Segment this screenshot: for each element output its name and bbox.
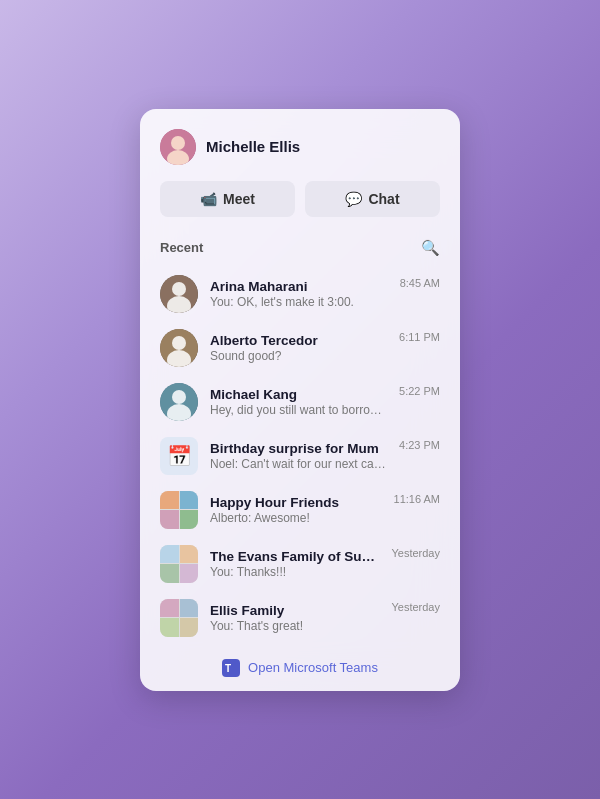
contact-name: Arina Maharani — [210, 279, 388, 294]
action-buttons-row: 📹 Meet 💬 Chat — [140, 181, 460, 233]
contact-time: 5:22 PM — [399, 385, 440, 397]
teams-logo-icon: T — [222, 659, 240, 677]
user-avatar-img — [160, 129, 196, 165]
contact-time: 6:11 PM — [399, 331, 440, 343]
group-avatar — [160, 599, 198, 637]
video-icon: 📹 — [200, 191, 217, 207]
contact-time: 8:45 AM — [400, 277, 440, 289]
contact-item[interactable]: 📅 Birthday surprise for Mum Noel: Can't … — [140, 429, 460, 483]
contact-item[interactable]: The Evans Family of Supers You: Thanks!!… — [140, 537, 460, 591]
contact-name: Ellis Family — [210, 603, 379, 618]
chat-icon: 💬 — [345, 191, 362, 207]
contact-name: Alberto Tercedor — [210, 333, 387, 348]
search-icon[interactable]: 🔍 — [421, 239, 440, 257]
contact-info: Michael Kang Hey, did you still want to … — [210, 387, 387, 417]
contact-info: Arina Maharani You: OK, let's make it 3:… — [210, 279, 388, 309]
group-avatar — [160, 545, 198, 583]
profile-header: Michelle Ellis — [140, 129, 460, 181]
group-calendar-icon: 📅 — [160, 437, 198, 475]
contact-list: Arina Maharani You: OK, let's make it 3:… — [140, 267, 460, 645]
svg-text:T: T — [225, 663, 231, 674]
meet-button[interactable]: 📹 Meet — [160, 181, 295, 217]
contact-time: Yesterday — [391, 601, 440, 613]
contact-item[interactable]: Alberto Tercedor Sound good? 6:11 PM — [140, 321, 460, 375]
group-avatar — [160, 491, 198, 529]
contact-name: The Evans Family of Supers — [210, 549, 379, 564]
recent-header: Recent 🔍 — [140, 233, 460, 267]
contact-preview: Noel: Can't wait for our next catch up! — [210, 457, 387, 471]
contact-preview: Alberto: Awesome! — [210, 511, 382, 525]
svg-point-7 — [172, 336, 186, 350]
svg-point-4 — [172, 282, 186, 296]
contact-item[interactable]: Michael Kang Hey, did you still want to … — [140, 375, 460, 429]
contact-name: Michael Kang — [210, 387, 387, 402]
contact-name: Happy Hour Friends — [210, 495, 382, 510]
open-teams-footer[interactable]: T Open Microsoft Teams — [140, 645, 460, 691]
open-teams-label: Open Microsoft Teams — [248, 660, 378, 675]
contact-item[interactable]: Arina Maharani You: OK, let's make it 3:… — [140, 267, 460, 321]
contact-preview: You: Thanks!!! — [210, 565, 379, 579]
recent-label: Recent — [160, 240, 203, 255]
contact-item[interactable]: Ellis Family You: That's great! Yesterda… — [140, 591, 460, 645]
contact-time: 4:23 PM — [399, 439, 440, 451]
contact-time: Yesterday — [391, 547, 440, 559]
chat-label: Chat — [368, 191, 399, 207]
contact-avatar — [160, 383, 198, 421]
contact-preview: You: That's great! — [210, 619, 379, 633]
user-avatar — [160, 129, 196, 165]
contact-info: Alberto Tercedor Sound good? — [210, 333, 387, 363]
contact-preview: Sound good? — [210, 349, 387, 363]
contact-name: Birthday surprise for Mum — [210, 441, 387, 456]
contact-info: Happy Hour Friends Alberto: Awesome! — [210, 495, 382, 525]
contact-time: 11:16 AM — [394, 493, 440, 505]
contact-preview: You: OK, let's make it 3:00. — [210, 295, 388, 309]
contact-avatar — [160, 329, 198, 367]
chat-button[interactable]: 💬 Chat — [305, 181, 440, 217]
svg-point-10 — [172, 390, 186, 404]
contact-avatar — [160, 275, 198, 313]
contact-preview: Hey, did you still want to borrow the no… — [210, 403, 387, 417]
contact-info: The Evans Family of Supers You: Thanks!!… — [210, 549, 379, 579]
meet-label: Meet — [223, 191, 255, 207]
contact-info: Birthday surprise for Mum Noel: Can't wa… — [210, 441, 387, 471]
contact-info: Ellis Family You: That's great! — [210, 603, 379, 633]
teams-card: Michelle Ellis 📹 Meet 💬 Chat Recent 🔍 — [140, 109, 460, 691]
user-name-label: Michelle Ellis — [206, 138, 300, 155]
svg-point-1 — [171, 136, 185, 150]
contact-item[interactable]: Happy Hour Friends Alberto: Awesome! 11:… — [140, 483, 460, 537]
